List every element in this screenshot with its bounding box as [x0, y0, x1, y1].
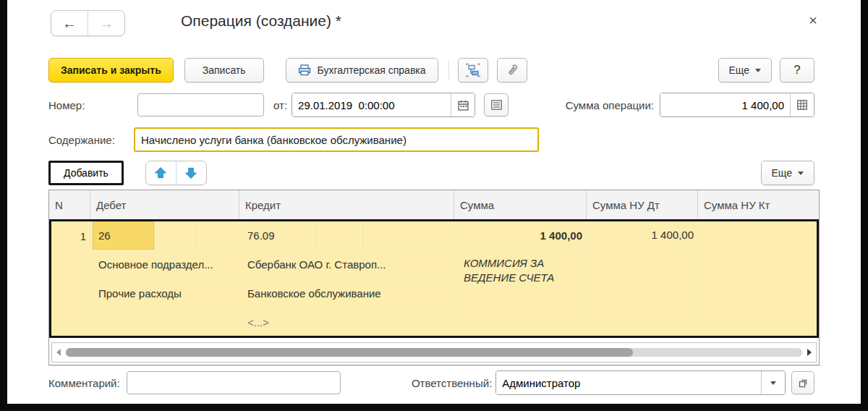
calculator-button[interactable]: [790, 93, 814, 116]
credit-account-line: 76.09: [242, 221, 456, 250]
arrow-up-icon: [153, 166, 168, 180]
scrollbar-track[interactable]: [66, 348, 802, 357]
calendar-icon: [458, 100, 469, 111]
screen-background: ← → Операция (создание) * × Записать и з…: [0, 0, 868, 411]
move-row-group: [145, 161, 207, 185]
forward-arrow-icon: →: [99, 15, 114, 32]
close-icon: ×: [809, 12, 817, 29]
operation-sum-field: [660, 93, 814, 117]
open-in-list-icon: [798, 378, 809, 389]
header-credit: Кредит: [239, 190, 454, 219]
chevron-down-icon: [770, 381, 776, 385]
cell-sum[interactable]: 1 400,00: [456, 221, 588, 250]
cell-debit-subconto-3[interactable]: [93, 308, 241, 336]
printer-icon: [298, 64, 311, 76]
toolbar-divider: [448, 61, 449, 80]
postings-table: N Дебет Кредит Сумма Сумма НУ Дт Сумма Н…: [48, 190, 820, 365]
move-down-button[interactable]: [176, 161, 206, 185]
accounting-reference-button[interactable]: Бухгалтерская справка: [286, 58, 438, 82]
cell-debit-account[interactable]: 26: [93, 221, 155, 250]
add-row-button[interactable]: Добавить: [48, 161, 124, 185]
cell-sum-nu-kt[interactable]: [700, 221, 817, 336]
content-label: Содержание:: [48, 134, 134, 146]
operation-sum-label: Сумма операции:: [566, 99, 654, 111]
cell-credit-subconto-1[interactable]: Сбербанк ОАО г. Ставроп...: [242, 250, 456, 279]
date-input[interactable]: [292, 93, 451, 116]
cell-debit-sub-empty-1[interactable]: [155, 221, 196, 250]
calculator-icon: [797, 100, 807, 110]
chevron-down-icon: [755, 69, 761, 72]
move-up-button[interactable]: [146, 161, 176, 185]
more-button-top[interactable]: Еще: [718, 58, 773, 82]
history-list-button[interactable]: [484, 93, 509, 116]
accounting-reference-label: Бухгалтерская справка: [318, 64, 426, 76]
cell-credit-sub-empty-2[interactable]: [363, 221, 456, 250]
number-input[interactable]: [137, 93, 264, 116]
debit-account-line: 26: [93, 221, 241, 250]
responsible-open-button[interactable]: [791, 371, 814, 394]
scroll-left-icon[interactable]: [56, 349, 61, 356]
more-button-table-label: Еще: [772, 167, 793, 179]
operation-sum-input[interactable]: [660, 93, 790, 116]
header-sum: Сумма: [454, 190, 587, 219]
help-button[interactable]: ?: [780, 58, 814, 82]
cell-row-number[interactable]: 1: [51, 221, 92, 250]
cell-debit-sub-empty-2[interactable]: [196, 221, 241, 250]
horizontal-scrollbar[interactable]: [51, 342, 817, 363]
cell-debit-subconto-1[interactable]: Основное подраздел...: [93, 250, 241, 279]
content-row: Содержание:: [48, 127, 814, 152]
cell-sum-nu-dt[interactable]: 1 400,00: [589, 221, 699, 336]
history-nav-group: ← →: [51, 10, 125, 36]
structure-icon: [465, 63, 481, 77]
comment-input[interactable]: [127, 371, 341, 394]
footer-row: Комментарий: Ответственный:: [48, 370, 814, 395]
table-header: N Дебет Кредит Сумма Сумма НУ Дт Сумма Н…: [49, 190, 819, 219]
arrow-down-icon: [184, 166, 198, 180]
date-prefix-label: от:: [273, 99, 287, 111]
number-label: Номер:: [48, 99, 137, 111]
more-button-top-label: Еще: [729, 64, 750, 76]
calendar-picker-button[interactable]: [451, 93, 475, 116]
paperclip-icon: [505, 63, 519, 77]
date-field: [292, 93, 475, 117]
attachments-button[interactable]: [497, 58, 527, 82]
main-toolbar: Записать и закрыть Записать Бухгалтерска…: [48, 58, 814, 82]
cell-credit-subconto-2[interactable]: Банковское обслуживание: [242, 279, 456, 308]
number-date-row: Номер: от:: [48, 93, 814, 117]
responsible-dropdown-button[interactable]: [761, 371, 785, 394]
comment-label: Комментарий:: [48, 377, 127, 389]
close-button[interactable]: ×: [803, 10, 823, 30]
scroll-right-icon[interactable]: [807, 349, 812, 356]
more-button-table[interactable]: Еще: [761, 161, 815, 185]
responsible-label: Ответственный:: [412, 377, 492, 389]
chevron-down-icon: [798, 171, 804, 175]
forward-button[interactable]: →: [88, 11, 124, 35]
responsible-input[interactable]: [496, 371, 761, 394]
help-label: ?: [793, 63, 800, 77]
cell-credit-account[interactable]: 76.09: [242, 221, 315, 250]
table-row[interactable]: 1 26 Основное подраздел... Прочие расход…: [49, 219, 819, 338]
table-toolbar: Добавить: [48, 161, 814, 185]
back-arrow-icon: ←: [62, 15, 77, 32]
list-icon: [491, 100, 502, 110]
related-documents-button[interactable]: [458, 58, 488, 82]
footer-divider: [48, 365, 823, 366]
save-button[interactable]: Записать: [184, 58, 264, 82]
cell-credit-subconto-3[interactable]: <...>: [242, 308, 456, 336]
cell-credit-sub-empty-1[interactable]: [315, 221, 363, 250]
page-title: Операция (создание) *: [181, 12, 341, 30]
responsible-field: [495, 370, 786, 395]
cell-sum-comment[interactable]: КОММИСИЯ ЗА ВЕДЕНИЕ СЧЕТА: [456, 250, 588, 336]
header-sum-nu-kt: Сумма НУ Кт: [698, 190, 819, 219]
operation-window: ← → Операция (создание) * × Записать и з…: [7, 0, 861, 404]
content-input[interactable]: [134, 127, 539, 152]
back-button[interactable]: ←: [51, 11, 88, 35]
header-sum-nu-dt: Сумма НУ Дт: [587, 190, 698, 219]
header-debit: Дебет: [90, 190, 239, 219]
scrollbar-thumb[interactable]: [66, 348, 633, 357]
save-and-close-button[interactable]: Записать и закрыть: [48, 58, 174, 82]
header-n: N: [49, 190, 90, 219]
cell-debit-subconto-2[interactable]: Прочие расходы: [93, 279, 241, 308]
